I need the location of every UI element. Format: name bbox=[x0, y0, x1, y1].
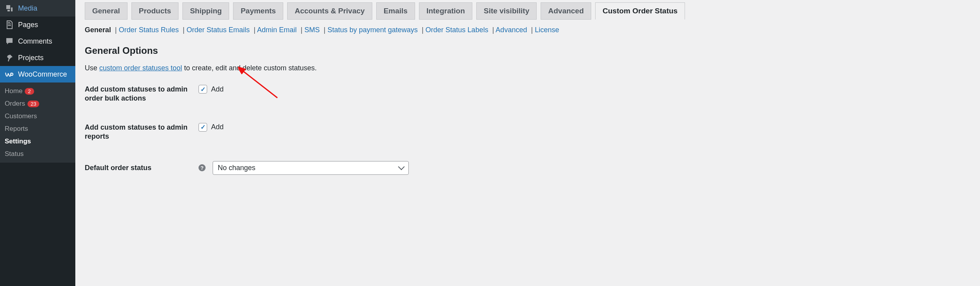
sublink-advanced[interactable]: Advanced bbox=[495, 26, 527, 34]
sidebar-item-label: Comments bbox=[18, 37, 52, 46]
tab-custom-order-status[interactable]: Custom Order Status bbox=[595, 2, 685, 20]
badge-count: 23 bbox=[27, 101, 39, 107]
checkbox-label: Add bbox=[211, 123, 224, 131]
sublink-order-status-emails[interactable]: Order Status Emails bbox=[187, 26, 250, 34]
checkbox-bulk-actions[interactable] bbox=[199, 85, 207, 94]
sidebar-item-woocommerce[interactable]: WooCommerce bbox=[0, 66, 75, 82]
comments-icon bbox=[5, 37, 14, 46]
field-label: Default order status bbox=[85, 161, 199, 172]
sublink-general[interactable]: General bbox=[85, 26, 111, 34]
submenu-item-customers[interactable]: Customers bbox=[0, 110, 75, 123]
media-icon bbox=[5, 4, 14, 13]
field-label: Add custom statuses to admin order bulk … bbox=[85, 85, 199, 103]
section-heading: General Options bbox=[85, 45, 971, 56]
field-label: Add custom statuses to admin reports bbox=[85, 123, 199, 141]
select-default-order-status[interactable]: No changes bbox=[213, 161, 409, 175]
sidebar-item-label: Media bbox=[18, 4, 37, 13]
woocommerce-icon bbox=[5, 70, 14, 79]
tab-payments[interactable]: Payments bbox=[233, 2, 283, 20]
intro-prefix: Use bbox=[85, 64, 99, 72]
field-bulk-actions: Add custom statuses to admin order bulk … bbox=[85, 85, 971, 103]
tab-integration[interactable]: Integration bbox=[419, 2, 472, 20]
submenu-label: Settings bbox=[5, 138, 31, 145]
tab-shipping[interactable]: Shipping bbox=[182, 2, 229, 20]
badge-count: 2 bbox=[25, 88, 34, 95]
submenu-item-home[interactable]: Home 2 bbox=[0, 85, 75, 97]
tab-site-visibility[interactable]: Site visibility bbox=[476, 2, 537, 20]
submenu-label: Reports bbox=[5, 125, 28, 133]
pin-icon bbox=[5, 53, 14, 62]
submenu-item-settings[interactable]: Settings bbox=[0, 135, 75, 148]
tab-general[interactable]: General bbox=[85, 2, 128, 20]
checkbox-admin-reports[interactable] bbox=[199, 123, 207, 132]
sidebar-item-label: WooCommerce bbox=[18, 70, 67, 79]
sublink-status-by-payment-gateways[interactable]: Status by payment gateways bbox=[328, 26, 418, 34]
section-sublinks: General | Order Status Rules | Order Sta… bbox=[85, 26, 971, 34]
select-value: No changes bbox=[218, 164, 255, 172]
settings-tabs: General Products Shipping Payments Accou… bbox=[85, 2, 971, 20]
intro-text: Use custom order statuses tool to create… bbox=[85, 64, 971, 72]
intro-suffix: to create, edit and delete custom status… bbox=[182, 64, 317, 72]
submenu-item-reports[interactable]: Reports bbox=[0, 123, 75, 135]
sidebar-item-label: Projects bbox=[18, 54, 44, 62]
tab-emails[interactable]: Emails bbox=[376, 2, 415, 20]
submenu-label: Customers bbox=[5, 112, 37, 120]
help-icon[interactable]: ? bbox=[199, 164, 206, 171]
submenu-label: Home bbox=[5, 87, 22, 95]
submenu-label: Orders bbox=[5, 100, 25, 108]
field-default-order-status: Default order status ? No changes bbox=[85, 161, 971, 175]
submenu-item-status[interactable]: Status bbox=[0, 148, 75, 160]
custom-statuses-tool-link[interactable]: custom order statuses tool bbox=[99, 64, 182, 72]
main-content: General Products Shipping Payments Accou… bbox=[75, 0, 980, 286]
woocommerce-submenu: Home 2 Orders 23 Customers Reports Setti… bbox=[0, 82, 75, 163]
sidebar-item-comments[interactable]: Comments bbox=[0, 33, 75, 50]
sidebar-item-media[interactable]: Media bbox=[0, 0, 75, 16]
pages-icon bbox=[5, 20, 14, 29]
sublink-sms[interactable]: SMS bbox=[304, 26, 320, 34]
tab-products[interactable]: Products bbox=[131, 2, 179, 20]
field-admin-reports: Add custom statuses to admin reports Add bbox=[85, 123, 971, 141]
tab-advanced[interactable]: Advanced bbox=[541, 2, 591, 20]
sidebar-item-label: Pages bbox=[18, 21, 38, 29]
sublink-order-status-rules[interactable]: Order Status Rules bbox=[119, 26, 179, 34]
submenu-item-orders[interactable]: Orders 23 bbox=[0, 97, 75, 110]
admin-sidebar: Media Pages Comments Projects WooCommerc… bbox=[0, 0, 75, 286]
tab-accounts-privacy[interactable]: Accounts & Privacy bbox=[287, 2, 372, 20]
sidebar-item-projects[interactable]: Projects bbox=[0, 50, 75, 66]
checkbox-label: Add bbox=[211, 85, 224, 94]
submenu-label: Status bbox=[5, 150, 24, 158]
sublink-license[interactable]: License bbox=[535, 26, 559, 34]
sublink-order-status-labels[interactable]: Order Status Labels bbox=[426, 26, 488, 34]
sidebar-item-pages[interactable]: Pages bbox=[0, 16, 75, 33]
sublink-admin-email[interactable]: Admin Email bbox=[257, 26, 297, 34]
